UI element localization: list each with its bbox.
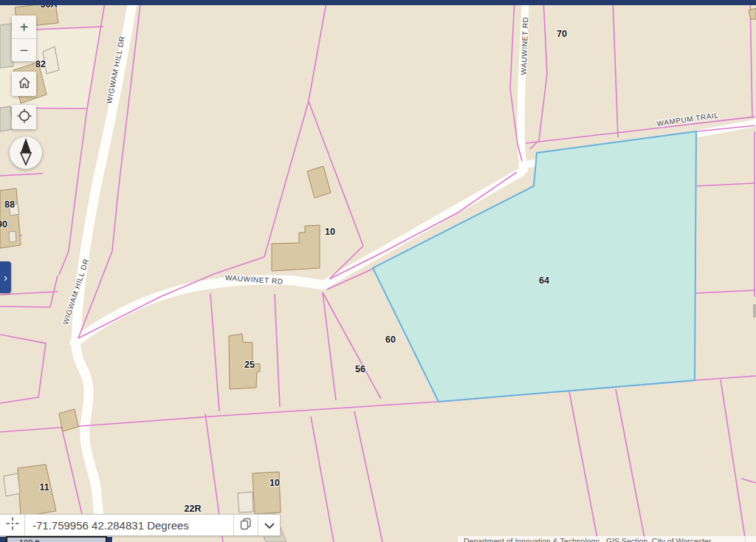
zoom-out-button[interactable]: −: [12, 38, 36, 61]
map-edge-artifact: [753, 304, 756, 318]
building-10-north: [272, 225, 320, 271]
coordinate-widget: -71.759956 42.284831 Degrees: [0, 514, 281, 536]
parcel-label: 64: [539, 275, 549, 286]
coordinate-format-dropdown[interactable]: [258, 515, 280, 535]
locate-button[interactable]: [12, 105, 36, 129]
sidebar-expand-button[interactable]: ›: [0, 261, 11, 293]
copy-coordinates-button[interactable]: [233, 515, 258, 535]
building: [238, 492, 253, 512]
building: [749, 8, 756, 19]
top-browser-bar: [0, 0, 756, 5]
coordinate-value: -71.759956 42.284831 Degrees: [25, 515, 233, 535]
parcel-label: 11: [39, 482, 49, 493]
building-11: [18, 464, 56, 517]
locate-icon: [17, 109, 32, 126]
parcel-label: 22R: [185, 504, 202, 514]
map-canvas[interactable]: WIGWAM HILL DRWIGWAM HILL DRWAUWINET RDW…: [0, 0, 756, 542]
parcel-label: 56: [355, 364, 365, 374]
chevron-down-icon: [264, 518, 275, 532]
parcel-label: 25: [244, 360, 255, 370]
selected-parcel-64[interactable]: [373, 131, 696, 402]
scale-bar: 100 ft: [6, 536, 107, 542]
road-label: WAUWINET RD: [520, 16, 530, 75]
building: [59, 409, 78, 431]
attribution-bar: Department of Innovation & Technology - …: [458, 536, 756, 542]
home-button[interactable]: [12, 72, 36, 96]
copy-icon: [240, 518, 252, 533]
road-wauwinet-rd-west: [75, 280, 323, 343]
parcel-label: 82: [35, 59, 46, 69]
scale-bar-label: 100 ft: [19, 538, 40, 542]
building: [4, 473, 20, 496]
zoom-in-button[interactable]: +: [12, 16, 36, 38]
parcel-label: 90: [0, 219, 7, 230]
building: [9, 231, 16, 242]
coordinate-tracking-button[interactable]: [0, 515, 25, 535]
parcel-label: 10: [269, 478, 280, 488]
compass-north-icon: [15, 137, 37, 169]
attribution-text: Department of Innovation & Technology - …: [458, 536, 756, 542]
parcel-label: 88: [4, 199, 15, 210]
zoom-panel: + −: [12, 16, 36, 61]
parcel-label: 10: [325, 227, 335, 237]
chevron-right-icon: ›: [4, 271, 7, 284]
crosshair-tracking-icon: [5, 516, 20, 534]
map-application: WIGWAM HILL DRWIGWAM HILL DRWAUWINET RDW…: [0, 0, 756, 542]
building: [307, 166, 331, 198]
home-panel: [12, 72, 36, 96]
parcel-label: 60: [385, 335, 396, 345]
compass-button[interactable]: [10, 137, 42, 169]
parcel-label: 70: [557, 29, 567, 39]
locate-panel: [12, 105, 36, 129]
home-icon: [17, 75, 32, 93]
